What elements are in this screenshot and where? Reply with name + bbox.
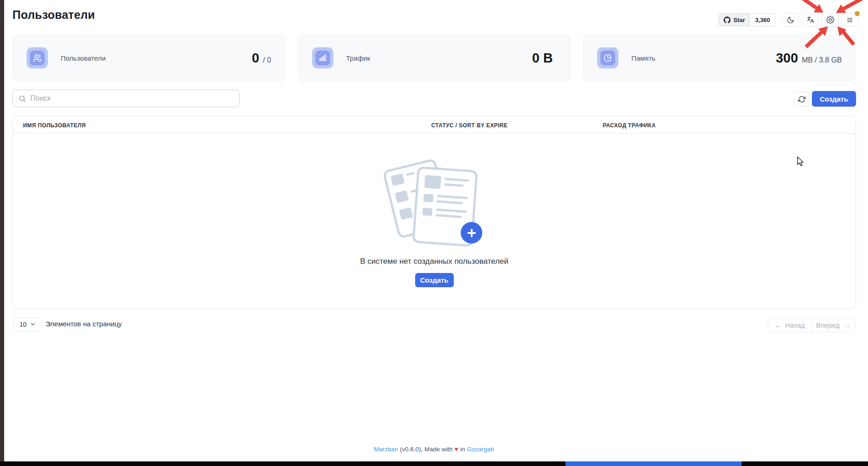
refresh-button[interactable] <box>794 91 809 107</box>
users-icon-tile <box>27 47 48 68</box>
stat-label: Пользователи <box>61 54 106 62</box>
stat-value: 300 <box>776 51 798 66</box>
page-size-value: 10 <box>19 321 27 328</box>
users-table: ИМЯ ПОЛЬЗОВАТЕЛЯ СТАТУС / SORT BY EXPIRE… <box>12 116 856 309</box>
github-icon <box>724 17 731 23</box>
pager: ← Назад Вперед → <box>768 318 855 332</box>
bottom-bar-blue-segment <box>565 461 742 466</box>
github-star-count[interactable]: 3,360 <box>750 14 775 26</box>
prev-page-button[interactable]: ← Назад <box>768 318 812 332</box>
menu-button[interactable] <box>841 13 858 27</box>
footer-version-text: (v0.6.0), Made with <box>400 446 453 453</box>
stat-value: 0 <box>252 51 259 66</box>
translate-icon <box>806 16 815 24</box>
stat-label: Память <box>631 54 655 62</box>
topbar: Star 3,360 <box>719 13 858 27</box>
add-plus-icon <box>461 222 482 244</box>
bottom-bar <box>0 461 868 466</box>
arrow-right-icon: → <box>844 321 851 329</box>
stat-suffix: MB / 3.8 GB <box>802 56 842 64</box>
github-star-button[interactable]: Star <box>719 14 750 26</box>
stat-card-users: Пользователи 0/ 0 <box>12 34 286 81</box>
stat-card-memory: Память 300MB / 3.8 GB <box>583 34 856 81</box>
gozargah-link[interactable]: Gozargah <box>467 446 494 453</box>
page-title: Пользователи <box>12 8 95 22</box>
dark-mode-button[interactable] <box>782 13 799 27</box>
next-page-button[interactable]: Вперед → <box>812 318 855 332</box>
left-edge-strip <box>0 0 4 466</box>
stats-row: Пользователи 0/ 0 Трафик 0 B Память 300M… <box>12 34 856 81</box>
hamburger-icon <box>846 17 854 23</box>
marzban-users-page: Пользователи Star 3,360 <box>0 0 868 466</box>
empty-state-create-button[interactable]: Создать <box>415 273 454 287</box>
gear-icon <box>826 16 834 24</box>
github-star-label: Star <box>733 17 745 23</box>
search-input[interactable] <box>30 94 234 102</box>
language-button[interactable] <box>802 13 819 27</box>
footer: Marzban (v0.6.0), Made with ♥ in Gozarga… <box>0 445 868 453</box>
settings-button[interactable] <box>822 13 839 27</box>
heart-icon: ♥ <box>455 445 458 453</box>
github-star-widget: Star 3,360 <box>719 13 776 26</box>
search-box <box>12 90 240 107</box>
memory-icon-tile <box>597 47 618 68</box>
stat-card-traffic: Трафик 0 B <box>298 34 571 81</box>
page-size-label: Элементов на страницу <box>46 320 122 328</box>
table-header-row: ИМЯ ПОЛЬЗОВАТЕЛЯ СТАТУС / SORT BY EXPIRE… <box>13 116 856 134</box>
column-status-sort-expire[interactable]: СТАТУС / SORT BY EXPIRE <box>431 122 508 129</box>
create-user-button[interactable]: Создать <box>812 91 856 107</box>
traffic-chart-icon <box>319 54 327 62</box>
traffic-icon-tile <box>312 47 333 68</box>
column-traffic-usage: РАСХОД ТРАФИКА <box>603 122 656 129</box>
menu-notification-dot <box>855 11 860 16</box>
users-icon <box>33 54 42 63</box>
refresh-icon <box>798 96 805 103</box>
stat-suffix: / 0 <box>263 56 271 64</box>
arrow-left-icon: ← <box>775 321 782 329</box>
chevron-down-icon <box>30 321 36 327</box>
column-username[interactable]: ИМЯ ПОЛЬЗОВАТЕЛЯ <box>23 122 86 129</box>
memory-pie-icon <box>604 54 612 62</box>
footer-in-text: in <box>460 446 465 453</box>
stat-label: Трафик <box>346 54 370 62</box>
empty-state-illustration <box>389 159 483 247</box>
empty-state-message: В системе нет созданных пользователей <box>13 257 856 266</box>
page-size-select[interactable]: 10 <box>13 317 42 331</box>
search-icon <box>18 95 26 102</box>
marzban-link[interactable]: Marzban <box>374 446 398 453</box>
stat-value: 0 B <box>532 51 553 66</box>
moon-icon <box>787 16 794 24</box>
